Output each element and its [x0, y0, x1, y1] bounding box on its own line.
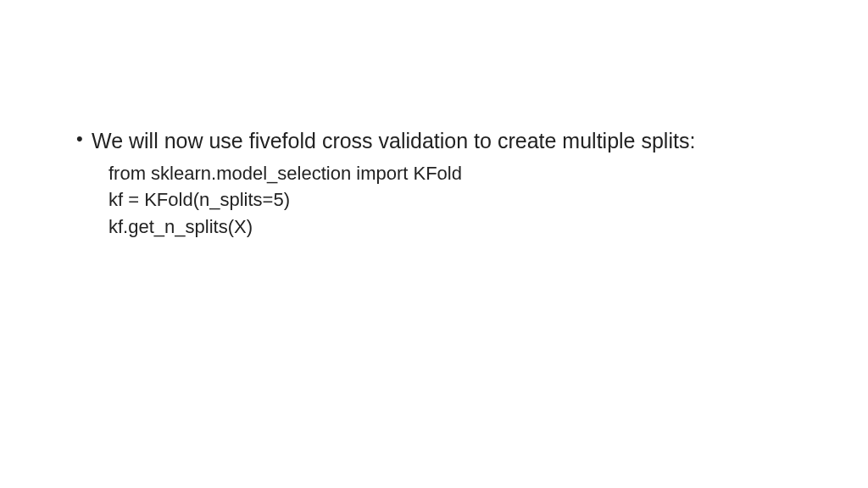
code-block: from sklearn.model_selection import KFol… — [92, 160, 809, 241]
slide: We will now use fivefold cross validatio… — [0, 0, 868, 488]
bullet-text: We will now use fivefold cross validatio… — [92, 129, 695, 152]
code-line-2: kf = KFold(n_splits=5) — [108, 186, 809, 214]
code-line-3: kf.get_n_splits(X) — [108, 214, 809, 241]
bullet-item: We will now use fivefold cross validatio… — [76, 127, 809, 241]
code-line-1: from sklearn.model_selection import KFol… — [108, 160, 809, 187]
bullet-list: We will now use fivefold cross validatio… — [59, 127, 809, 241]
